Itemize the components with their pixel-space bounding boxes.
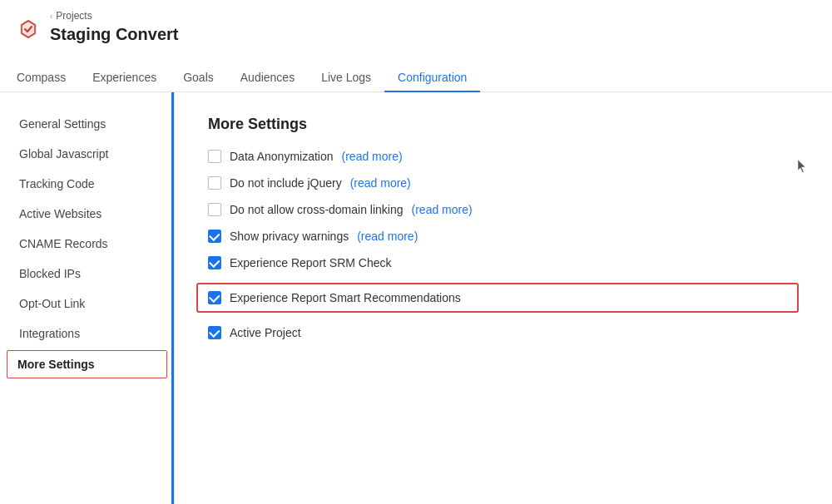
tab-audiences[interactable]: Audiences [227, 64, 308, 92]
setting-label-active-project: Active Project [230, 326, 301, 339]
read-more-link-anonymization[interactable]: (read more) [342, 150, 403, 163]
content-title: More Settings [208, 116, 799, 133]
checkbox-smart-recommendations[interactable] [208, 291, 221, 304]
breadcrumb: ‹ Projects [50, 10, 178, 22]
app-logo [17, 17, 40, 43]
tab-configuration[interactable]: Configuration [384, 64, 480, 92]
read-more-link-jquery[interactable]: (read more) [350, 176, 411, 190]
breadcrumb-chevron: ‹ [50, 12, 52, 21]
setting-label-no-jquery: Do not include jQuery [230, 176, 342, 190]
sidebar-item-opt-out-link[interactable]: Opt-Out Link [0, 289, 174, 319]
sidebar-item-integrations[interactable]: Integrations [0, 319, 174, 348]
checkbox-data-anonymization[interactable] [208, 150, 221, 163]
read-more-link-privacy[interactable]: (read more) [357, 230, 418, 243]
tab-goals[interactable]: Goals [170, 64, 227, 92]
main-nav: Compass Experiences Goals Audiences Live… [17, 64, 815, 91]
tab-live-logs[interactable]: Live Logs [308, 64, 384, 92]
sidebar-item-global-javascript[interactable]: Global Javascript [0, 139, 174, 169]
settings-list: Data Anonymization (read more) Do not in… [208, 150, 799, 339]
setting-srm-check: Experience Report SRM Check [208, 256, 799, 269]
header: ‹ Projects Staging Convert Compass Exper… [0, 0, 832, 92]
checkbox-active-project[interactable] [208, 326, 221, 339]
nav-tabs-list: Compass Experiences Goals Audiences Live… [17, 64, 815, 91]
setting-label-privacy-warnings: Show privacy warnings [230, 230, 349, 243]
header-top: ‹ Projects Staging Convert [17, 10, 815, 54]
sidebar-item-more-settings[interactable]: More Settings [7, 350, 167, 378]
checkbox-srm-check[interactable] [208, 256, 221, 269]
setting-no-jquery: Do not include jQuery (read more) [208, 176, 799, 190]
setting-active-project: Active Project [208, 326, 799, 339]
sidebar-item-blocked-ips[interactable]: Blocked IPs [0, 259, 174, 289]
setting-label-srm-check: Experience Report SRM Check [230, 256, 392, 269]
tab-compass[interactable]: Compass [17, 64, 79, 92]
sidebar-item-general-settings[interactable]: General Settings [0, 109, 174, 139]
setting-label-data-anonymization: Data Anonymization [230, 150, 334, 163]
sidebar: General Settings Global Javascript Track… [0, 92, 175, 504]
sidebar-active-indicator [171, 92, 174, 504]
header-left: ‹ Projects Staging Convert [50, 10, 178, 54]
tab-experiences[interactable]: Experiences [79, 64, 170, 92]
sidebar-item-active-websites[interactable]: Active Websites [0, 199, 174, 229]
content-area: More Settings Data Anonymization (read m… [175, 92, 832, 504]
setting-label-smart-recommendations: Experience Report Smart Recommendations [230, 291, 461, 304]
checkbox-no-jquery[interactable] [208, 176, 221, 190]
checkbox-no-cross-domain[interactable] [208, 203, 221, 216]
setting-no-cross-domain: Do not allow cross-domain linking (read … [208, 203, 799, 216]
project-title: Staging Convert [50, 25, 178, 44]
setting-smart-recommendations: Experience Report Smart Recommendations [196, 283, 799, 313]
read-more-link-cross-domain[interactable]: (read more) [412, 203, 473, 216]
sidebar-item-cname-records[interactable]: CNAME Records [0, 229, 174, 259]
setting-privacy-warnings: Show privacy warnings (read more) [208, 230, 799, 243]
checkbox-privacy-warnings[interactable] [208, 230, 221, 243]
setting-data-anonymization: Data Anonymization (read more) [208, 150, 799, 163]
sidebar-item-tracking-code[interactable]: Tracking Code [0, 169, 174, 199]
setting-label-no-cross-domain: Do not allow cross-domain linking [230, 203, 404, 216]
main-layout: General Settings Global Javascript Track… [0, 92, 832, 504]
breadcrumb-parent[interactable]: Projects [56, 10, 92, 22]
